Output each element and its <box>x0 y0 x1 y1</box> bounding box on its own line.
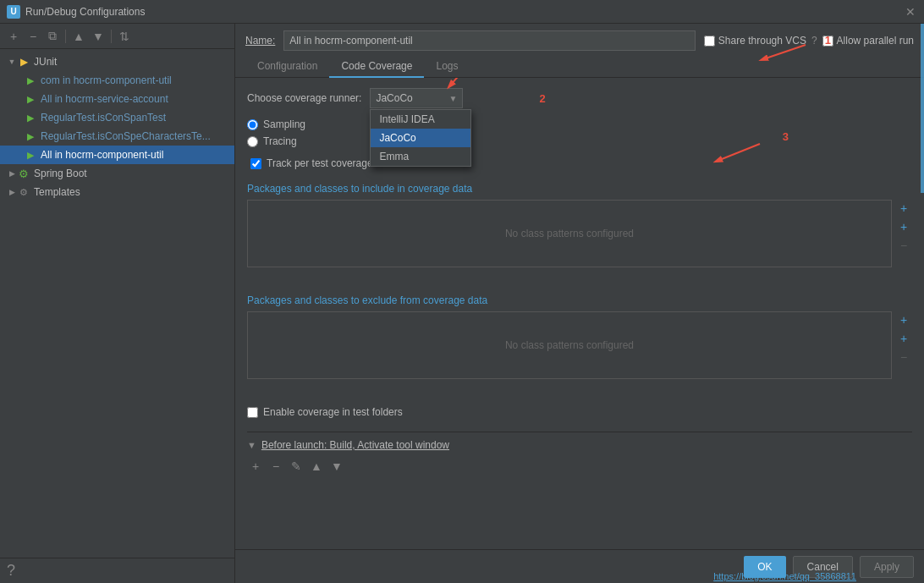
tab-logs[interactable]: Logs <box>424 56 470 78</box>
annotation-2: 2 <box>539 92 545 105</box>
runner-row: Choose coverage runner: JaCoCo ▼ Intelli… <box>247 88 912 108</box>
parallel-run-label[interactable]: Allow parallel run <box>822 35 914 47</box>
name-input[interactable] <box>283 30 696 51</box>
sidebar-item-1[interactable]: ▶ com in hocrm-component-util <box>0 71 234 90</box>
remove-config-button[interactable]: − <box>25 28 41 45</box>
sidebar-item-label: Spring Boot <box>34 168 87 179</box>
dropdown-arrow-icon: ▼ <box>449 94 458 103</box>
tab-configuration[interactable]: Configuration <box>245 56 329 78</box>
expand-arrow: ▼ <box>7 57 17 67</box>
sampling-radio[interactable] <box>247 119 258 130</box>
sidebar-item-templates-group[interactable]: ▶ ⚙ Templates <box>0 183 234 201</box>
content-area: Name: Share through VCS ? Allow parallel… <box>235 24 924 583</box>
copy-config-button[interactable]: ⧉ <box>44 28 61 45</box>
sort-button[interactable]: ⇅ <box>116 28 133 45</box>
annotation-3-area: 3 <box>709 135 777 172</box>
sampling-radio-label[interactable]: Sampling <box>247 118 912 130</box>
spring-icon: ⚙ <box>17 167 30 180</box>
move-up-button[interactable]: ▲ <box>70 28 87 45</box>
coverage-options-area: Sampling Tracing <box>247 118 912 147</box>
sidebar-item-label: Templates <box>34 186 80 198</box>
run-config-icon: ▶ <box>24 92 37 106</box>
exclude-add-alt-button[interactable]: + <box>895 330 912 347</box>
help-icon[interactable]: ? <box>7 562 15 580</box>
track-coverage-checkbox[interactable] <box>250 158 261 169</box>
main-container: + − ⧉ ▲ ▼ ⇅ ▼ ▶ JUnit ▶ com in hocrm-com… <box>0 24 924 583</box>
tracing-radio-label[interactable]: Tracing <box>247 135 912 147</box>
name-label: Name: <box>245 35 275 47</box>
expand-arrow: ▶ <box>7 168 17 179</box>
sidebar-item-label: All in hocrm-service-account <box>41 93 168 105</box>
include-add-button[interactable]: + <box>895 200 912 217</box>
arrow-2-svg <box>446 78 497 92</box>
close-icon[interactable]: ✕ <box>904 5 917 19</box>
sidebar-item-5[interactable]: ▶ All in hocrm-component-util <box>0 146 234 164</box>
include-patterns-box: No class patterns configured <box>247 200 892 267</box>
before-launch-title: Before launch: Build, Activate tool wind… <box>261 439 449 451</box>
runner-label: Choose coverage runner: <box>247 92 361 104</box>
sidebar-item-4[interactable]: ▶ RegularTest.isConSpeCharactersTe... <box>0 127 234 146</box>
enable-coverage-label[interactable]: Enable coverage in test folders <box>247 406 403 418</box>
before-launch-up-button[interactable]: ▲ <box>308 458 325 475</box>
tracing-radio[interactable] <box>247 136 258 147</box>
exclude-actions: + + − <box>895 311 912 393</box>
enable-coverage-row: Enable coverage in test folders <box>247 406 912 418</box>
app-icon: U <box>7 5 20 19</box>
include-remove-button[interactable]: − <box>895 237 912 254</box>
run-config-icon: ▶ <box>24 111 37 124</box>
run-config-icon: ▶ <box>24 148 37 162</box>
track-coverage-label[interactable]: Track per test coverage <box>250 157 373 169</box>
before-launch-add-button[interactable]: + <box>247 458 264 475</box>
config-tree: ▼ ▶ JUnit ▶ com in hocrm-component-util … <box>0 49 234 558</box>
sidebar-item-label: All in hocrm-component-util <box>41 149 163 161</box>
run-config-icon: ▶ <box>24 74 37 87</box>
exclude-patterns-box: No class patterns configured <box>247 311 892 379</box>
collapse-arrow-icon[interactable]: ▼ <box>247 440 256 450</box>
svg-line-1 <box>763 45 806 59</box>
svg-line-5 <box>718 144 760 161</box>
before-launch-edit-button[interactable]: ✎ <box>288 458 305 475</box>
exclude-add-button[interactable]: + <box>895 311 912 328</box>
dropdown-option-jacoco[interactable]: JaCoCo <box>371 129 470 147</box>
expand-arrow: ▶ <box>7 187 17 197</box>
include-placeholder: No class patterns configured <box>505 228 634 239</box>
add-config-button[interactable]: + <box>5 28 22 45</box>
toolbar-separator <box>65 30 66 43</box>
move-down-button[interactable]: ▼ <box>90 28 107 45</box>
sidebar-item-label: JUnit <box>34 56 57 68</box>
tab-code-coverage[interactable]: Code Coverage <box>329 56 424 78</box>
runner-value: JaCoCo <box>376 92 412 104</box>
sidebar-item-2[interactable]: ▶ All in hocrm-service-account <box>0 90 234 108</box>
sidebar-item-3[interactable]: ▶ RegularTest.isConSpanTest <box>0 108 234 127</box>
sidebar-item-junit-group[interactable]: ▼ ▶ JUnit <box>0 52 234 71</box>
window-title: Run/Debug Configurations <box>25 6 145 18</box>
sidebar-item-spring-group[interactable]: ▶ ⚙ Spring Boot <box>0 164 234 183</box>
include-add-alt-button[interactable]: + <box>895 218 912 235</box>
enable-coverage-checkbox[interactable] <box>247 407 258 418</box>
exclude-patterns-area: No class patterns configured + + − <box>247 311 912 393</box>
before-launch-remove-button[interactable]: − <box>267 458 284 475</box>
before-launch-down-button[interactable]: ▼ <box>328 458 345 475</box>
sidebar-item-label: com in hocrm-component-util <box>41 74 172 86</box>
sidebar-item-label: RegularTest.isConSpeCharactersTe... <box>41 130 211 142</box>
exclude-remove-button[interactable]: − <box>895 349 912 366</box>
exclude-section-title: Packages and classes to exclude from cov… <box>247 294 912 306</box>
templates-icon: ⚙ <box>17 185 30 199</box>
include-section-title: Packages and classes to include in cover… <box>247 183 912 195</box>
apply-button[interactable]: Apply <box>860 556 914 578</box>
track-row: Track per test coverage <box>247 157 912 169</box>
sidebar-bottom: ? <box>0 558 234 583</box>
toolbar-separator-2 <box>111 30 112 43</box>
scroll-indicator <box>921 24 924 193</box>
share-vcs-checkbox[interactable] <box>704 36 715 47</box>
annotation-3: 3 <box>783 130 789 143</box>
tab-content: Choose coverage runner: JaCoCo ▼ Intelli… <box>235 78 924 549</box>
annotation-2-area: 2 <box>488 92 545 105</box>
radio-group: Sampling Tracing <box>247 118 912 147</box>
sampling-label: Sampling <box>263 118 305 130</box>
sidebar-toolbar: + − ⧉ ▲ ▼ ⇅ <box>0 24 234 49</box>
dropdown-option-intellij[interactable]: IntelliJ IDEA <box>371 110 470 129</box>
dropdown-option-emma[interactable]: Emma <box>371 147 470 166</box>
svg-line-3 <box>450 78 463 85</box>
tracing-label: Tracing <box>263 135 297 147</box>
